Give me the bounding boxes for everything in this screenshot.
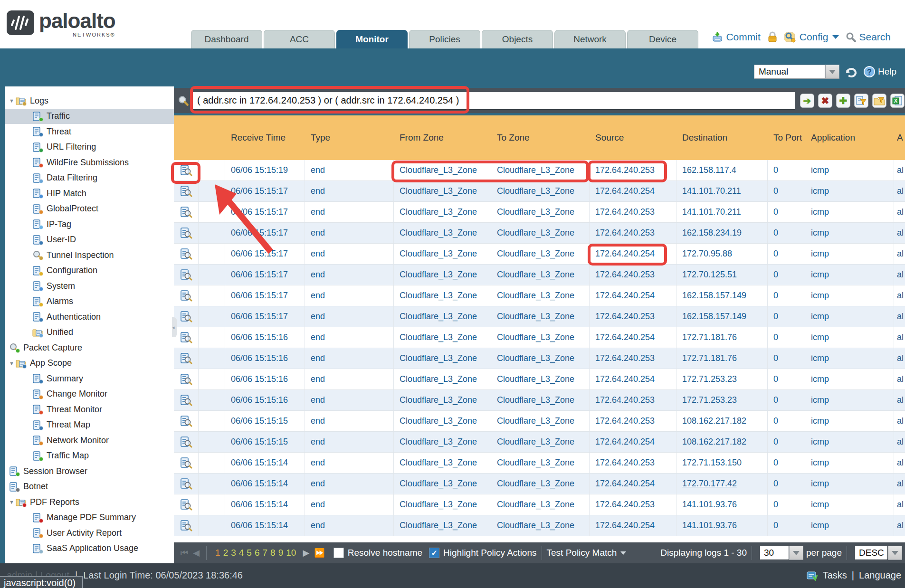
- refresh-mode-select[interactable]: Manual: [754, 65, 839, 79]
- add-filter-button[interactable]: ✚: [836, 94, 850, 108]
- from-zone-cell[interactable]: Cloudflare_L3_Zone: [394, 327, 491, 348]
- per-page-dropdown-button[interactable]: [789, 546, 803, 560]
- source-cell[interactable]: 172.64.240.253: [590, 223, 676, 243]
- application-cell[interactable]: icmp: [805, 306, 894, 327]
- application-cell[interactable]: icmp: [805, 348, 894, 369]
- application-cell[interactable]: icmp: [805, 327, 894, 348]
- table-row[interactable]: 06/06 15:15:14 end Cloudflare_L3_Zone Cl…: [174, 474, 905, 494]
- destination-cell[interactable]: 162.158.157.149: [676, 285, 768, 306]
- sort-order-dropdown-button[interactable]: [888, 546, 902, 560]
- log-detail-cell[interactable]: [174, 223, 199, 243]
- table-row[interactable]: 06/06 15:15:14 end Cloudflare_L3_Zone Cl…: [174, 453, 905, 474]
- application-cell[interactable]: icmp: [805, 160, 894, 180]
- destination-cell[interactable]: 162.158.117.4: [676, 160, 768, 180]
- sidebar-item-saas-application-usage[interactable]: SaaS Application Usage: [5, 541, 174, 557]
- log-detail-cell[interactable]: [174, 494, 199, 515]
- destination-cell[interactable]: 172.71.181.76: [676, 348, 768, 369]
- col-from-zone[interactable]: From Zone: [394, 115, 491, 160]
- search-button[interactable]: Search: [846, 31, 891, 43]
- source-cell[interactable]: 172.64.240.254: [590, 285, 676, 306]
- apply-filter-button[interactable]: ➔: [800, 94, 814, 108]
- destination-cell[interactable]: 172.70.95.88: [676, 244, 768, 264]
- page-number-1[interactable]: 1: [215, 548, 220, 558]
- log-detail-cell[interactable]: [174, 515, 199, 536]
- tab-device[interactable]: Device: [627, 30, 698, 48]
- log-detail-icon[interactable]: [180, 478, 192, 490]
- from-zone-cell[interactable]: Cloudflare_L3_Zone: [394, 432, 491, 452]
- destination-cell[interactable]: 162.158.157.149: [676, 306, 768, 327]
- to-zone-cell[interactable]: Cloudflare_L3_Zone: [491, 411, 590, 431]
- page-number-7[interactable]: 7: [263, 548, 268, 558]
- table-row[interactable]: 06/06 15:15:15 end Cloudflare_L3_Zone Cl…: [174, 411, 905, 432]
- expand-caret-icon[interactable]: ▼: [9, 360, 16, 366]
- page-number-4[interactable]: 4: [239, 548, 244, 558]
- from-zone-cell[interactable]: Cloudflare_L3_Zone: [394, 265, 491, 285]
- sidebar-item-network-monitor[interactable]: Network Monitor: [5, 433, 174, 448]
- tab-network[interactable]: Network: [554, 30, 626, 48]
- log-detail-icon[interactable]: [180, 394, 192, 407]
- sidebar-item-url-filtering[interactable]: URL Filtering: [5, 140, 174, 155]
- log-detail-icon[interactable]: [180, 206, 192, 218]
- log-detail-icon[interactable]: [180, 457, 192, 469]
- log-detail-cell[interactable]: [174, 327, 199, 348]
- from-zone-cell[interactable]: Cloudflare_L3_Zone: [394, 369, 491, 389]
- first-page-button[interactable]: ⏮: [181, 548, 187, 558]
- from-zone-cell[interactable]: Cloudflare_L3_Zone: [394, 244, 491, 264]
- col-application[interactable]: Application: [805, 115, 894, 160]
- test-policy-match-button[interactable]: Test Policy Match: [547, 548, 627, 558]
- sidebar-item-traffic-map[interactable]: Traffic Map: [5, 448, 174, 464]
- table-row[interactable]: 06/06 15:15:14 end Cloudflare_L3_Zone Cl…: [174, 515, 905, 536]
- log-detail-icon[interactable]: [180, 520, 192, 532]
- table-row[interactable]: 06/06 15:15:14 end Cloudflare_L3_Zone Cl…: [174, 494, 905, 515]
- from-zone-cell[interactable]: Cloudflare_L3_Zone: [394, 160, 491, 180]
- source-cell[interactable]: 172.64.240.254: [590, 474, 676, 494]
- source-cell[interactable]: 172.64.240.253: [590, 202, 676, 222]
- source-cell[interactable]: 172.64.240.253: [590, 348, 676, 369]
- sidebar-item-manage-pdf-summary[interactable]: Manage PDF Summary: [5, 510, 174, 526]
- tasks-link[interactable]: Tasks: [823, 570, 847, 581]
- from-zone-cell[interactable]: Cloudflare_L3_Zone: [394, 181, 491, 201]
- sidebar-item-unified[interactable]: Unified: [5, 325, 174, 341]
- source-cell[interactable]: 172.64.240.253: [590, 160, 676, 180]
- tab-objects[interactable]: Objects: [482, 30, 553, 48]
- source-cell[interactable]: 172.64.240.254: [590, 327, 676, 348]
- destination-cell[interactable]: 141.101.70.211: [676, 202, 768, 222]
- log-detail-cell[interactable]: [174, 369, 199, 389]
- page-number-2[interactable]: 2: [223, 548, 229, 558]
- to-zone-cell[interactable]: Cloudflare_L3_Zone: [491, 244, 590, 264]
- highlight-policy-checkbox[interactable]: ✓: [429, 548, 439, 558]
- table-row[interactable]: 06/06 15:15:17 end Cloudflare_L3_Zone Cl…: [174, 202, 905, 223]
- table-row[interactable]: 06/06 15:15:16 end Cloudflare_L3_Zone Cl…: [174, 390, 905, 411]
- config-button[interactable]: Config: [784, 31, 839, 43]
- sidebar-item-pdf-reports[interactable]: ▼PDF Reports: [5, 494, 174, 510]
- table-row[interactable]: 06/06 15:15:17 end Cloudflare_L3_Zone Cl…: [174, 285, 905, 306]
- sidebar-item-packet-capture[interactable]: Packet Capture: [5, 340, 174, 356]
- log-detail-icon[interactable]: [180, 227, 192, 239]
- table-row[interactable]: 06/06 15:15:17 end Cloudflare_L3_Zone Cl…: [174, 181, 905, 202]
- destination-cell[interactable]: 172.71.253.23: [676, 390, 768, 410]
- prev-page-button[interactable]: ◀: [193, 548, 199, 558]
- log-detail-cell[interactable]: [174, 202, 199, 222]
- lock-button[interactable]: [767, 31, 778, 43]
- sidebar-item-configuration[interactable]: Configuration: [5, 263, 174, 279]
- sidebar-item-traffic[interactable]: Traffic: [5, 109, 174, 124]
- sidebar-item-globalprotect[interactable]: GlobalProtect: [5, 201, 174, 217]
- to-zone-cell[interactable]: Cloudflare_L3_Zone: [491, 453, 590, 473]
- application-cell[interactable]: icmp: [805, 453, 894, 473]
- source-cell[interactable]: 172.64.240.253: [590, 453, 676, 473]
- log-detail-icon[interactable]: [180, 311, 192, 323]
- application-cell[interactable]: icmp: [805, 181, 894, 201]
- to-zone-cell[interactable]: Cloudflare_L3_Zone: [491, 369, 590, 389]
- log-detail-icon[interactable]: [180, 290, 192, 302]
- destination-cell[interactable]: 108.162.217.182: [676, 432, 768, 452]
- application-cell[interactable]: icmp: [805, 411, 894, 431]
- application-cell[interactable]: icmp: [805, 390, 894, 410]
- to-zone-cell[interactable]: Cloudflare_L3_Zone: [491, 515, 590, 536]
- sidebar-item-summary[interactable]: Summary: [5, 371, 174, 387]
- table-row[interactable]: 06/06 15:15:17 end Cloudflare_L3_Zone Cl…: [174, 265, 905, 285]
- log-detail-icon[interactable]: [180, 185, 192, 198]
- table-row[interactable]: 06/06 15:15:16 end Cloudflare_L3_Zone Cl…: [174, 369, 905, 390]
- next-page-button[interactable]: ▶: [303, 548, 308, 558]
- destination-cell[interactable]: 141.101.93.76: [676, 515, 768, 536]
- sidebar-collapse-handle[interactable]: ◂: [172, 317, 177, 337]
